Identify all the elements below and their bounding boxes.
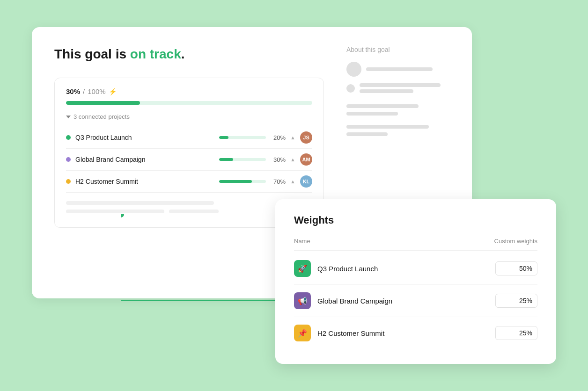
weight-row-1: 🚀 Q3 Product Launch [294,253,537,285]
goal-title-suffix: . [181,47,185,61]
about-avatar-skeleton [346,62,361,77]
lightning-icon: ⚡ [109,88,117,95]
about-skeleton-line-1 [346,104,419,108]
about-skeleton-line-4 [346,132,388,136]
weight-icon-3: 📌 [294,325,311,341]
project-name-1: Q3 Product Launch [75,134,214,141]
weights-col-custom-header: Custom weights [494,238,537,245]
project-arrow-3: ▲ [290,179,295,184]
about-row-2 [346,83,449,93]
about-icon-skeleton-1 [346,84,355,93]
weight-name-3: H2 Customer Summit [317,329,489,337]
project-row-3[interactable]: H2 Customer Summit 70% ▲ KL [66,171,312,193]
progress-bar-fill [66,101,140,105]
project-avatar-3: KL [300,175,312,188]
project-pct-2: 30% [271,156,286,163]
weights-card: Weights Name Custom weights 🚀 Q3 Product… [275,199,556,364]
project-bar-2 [219,158,266,161]
project-avatar-2: AM [300,153,312,166]
weights-col-name-header: Name [294,238,310,245]
project-bar-1 [219,136,266,139]
weight-input-2[interactable] [495,294,537,308]
weight-input-3[interactable] [495,326,537,340]
project-dot-3 [66,179,71,184]
project-pct-3: 70% [271,178,286,185]
progress-separator: / [83,87,85,95]
weights-table-header: Name Custom weights [294,238,537,251]
triangle-down-icon [66,116,71,118]
about-skeleton-line-2 [346,112,398,116]
project-dot-2 [66,157,71,162]
weight-icon-1: 🚀 [294,260,311,277]
project-arrow-2: ▲ [290,157,295,162]
progress-total: 100% [88,87,105,95]
weight-name-1: Q3 Product Launch [317,265,489,273]
project-row-2[interactable]: Global Brand Campaign 30% ▲ AM [66,149,312,171]
about-gap [346,104,449,116]
connected-projects-count: 3 connected projects [74,113,130,120]
progress-bar-container [66,101,312,105]
goal-title: This goal is on track. [54,46,324,63]
about-row-1 [346,62,449,77]
weights-title: Weights [294,214,537,226]
about-bottom-skeletons [346,125,449,136]
goal-title-prefix: This goal is [54,47,130,61]
project-bar-3 [219,180,266,183]
project-avatar-1: JS [300,131,312,144]
about-lines-2 [360,83,449,93]
progress-current: 30% [66,87,80,95]
project-fill-3 [219,180,252,183]
project-name-2: Global Brand Campaign [75,156,214,163]
project-arrow-1: ▲ [290,135,295,140]
project-fill-2 [219,158,233,161]
project-name-3: H2 Customer Summit [75,178,214,185]
weight-input-1[interactable] [495,261,537,275]
weight-name-2: Global Brand Campaign [317,297,489,305]
project-dot-1 [66,135,71,140]
weight-row-3: 📌 H2 Customer Summit [294,317,537,349]
project-row-1[interactable]: Q3 Product Launch 20% ▲ JS [66,127,312,149]
weight-row-2: 📢 Global Brand Campaign [294,285,537,317]
weight-icon-2: 📢 [294,292,311,309]
goal-status-text: on track [130,47,181,61]
about-label: About this goal [346,46,449,53]
project-pct-1: 20% [271,134,286,141]
about-lines-1 [366,67,449,71]
project-fill-1 [219,136,228,139]
connected-projects-toggle[interactable]: 3 connected projects [66,113,312,120]
progress-label: 30% / 100% ⚡ [66,87,312,95]
about-skeleton-line-3 [346,125,429,129]
